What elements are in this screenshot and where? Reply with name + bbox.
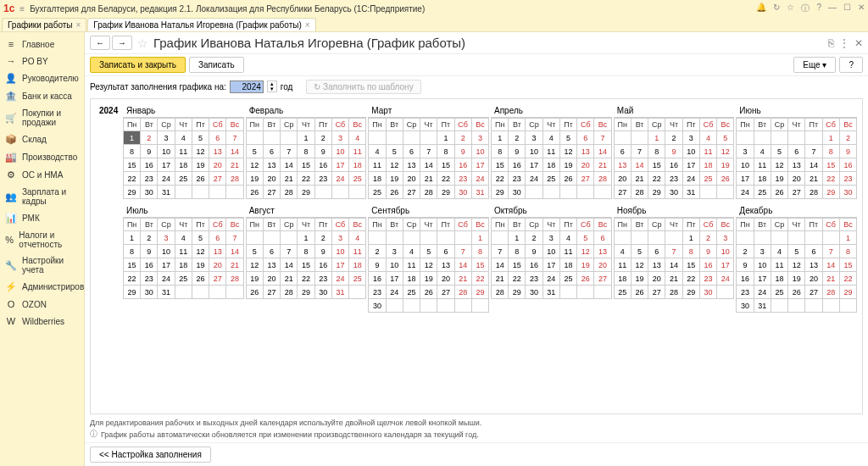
- calendar-day[interactable]: 1: [437, 131, 454, 145]
- calendar-day[interactable]: 26: [192, 172, 209, 186]
- sidebar-item[interactable]: 👤Руководителю: [0, 69, 84, 87]
- calendar-day[interactable]: 15: [124, 258, 141, 272]
- calendar-day[interactable]: 25: [699, 172, 716, 186]
- sidebar-item[interactable]: %Налоги и отчетность: [0, 227, 84, 252]
- link-icon[interactable]: ⎘: [828, 37, 834, 49]
- calendar-day[interactable]: 31: [682, 186, 699, 199]
- calendar-day[interactable]: 20: [403, 172, 420, 186]
- calendar-day[interactable]: 20: [437, 272, 454, 286]
- calendar-day[interactable]: 23: [699, 272, 716, 286]
- calendar-day[interactable]: 1: [298, 231, 314, 245]
- calendar-day[interactable]: 5: [192, 231, 209, 245]
- stepper-down-icon[interactable]: ▼: [268, 86, 276, 92]
- calendar-day[interactable]: 26: [192, 272, 209, 286]
- calendar-day[interactable]: 17: [526, 158, 542, 172]
- calendar-day[interactable]: 6: [263, 245, 280, 258]
- tab-close-icon[interactable]: ×: [305, 20, 310, 30]
- calendar-day[interactable]: 1: [509, 231, 526, 245]
- calendar-day[interactable]: 11: [542, 145, 559, 158]
- calendar-day[interactable]: 22: [648, 172, 665, 186]
- year-input[interactable]: [230, 80, 264, 93]
- calendar-day[interactable]: 5: [192, 131, 209, 145]
- calendar-day[interactable]: 11: [559, 245, 576, 258]
- calendar-day[interactable]: 5: [559, 131, 576, 145]
- calendar-day[interactable]: 21: [454, 272, 471, 286]
- calendar-day[interactable]: 9: [665, 145, 682, 158]
- calendar-day[interactable]: 12: [192, 145, 209, 158]
- calendar-day[interactable]: 12: [246, 158, 263, 172]
- nav-back-button[interactable]: ←: [90, 36, 110, 50]
- calendar-day[interactable]: 3: [331, 231, 348, 245]
- calendar-day[interactable]: 9: [314, 145, 331, 158]
- calendar-day[interactable]: 2: [839, 131, 856, 145]
- calendar-day[interactable]: 8: [492, 145, 509, 158]
- sidebar-item[interactable]: WWildberries: [0, 313, 84, 330]
- calendar-day[interactable]: 25: [754, 186, 771, 199]
- calendar-day[interactable]: 3: [754, 245, 771, 258]
- calendar-day[interactable]: 11: [771, 258, 787, 272]
- sidebar-item[interactable]: 📦Склад: [0, 130, 84, 148]
- calendar-day[interactable]: 18: [349, 258, 366, 272]
- calendar-day[interactable]: 21: [594, 158, 611, 172]
- calendar-day[interactable]: 12: [788, 258, 805, 272]
- calendar-day[interactable]: 10: [471, 145, 488, 158]
- save-button[interactable]: Записать: [189, 57, 244, 73]
- calendar-day[interactable]: 13: [614, 158, 631, 172]
- calendar-day[interactable]: 13: [403, 158, 420, 172]
- calendar-day[interactable]: 7: [805, 145, 822, 158]
- calendar-day[interactable]: 14: [226, 245, 243, 258]
- calendar-day[interactable]: 10: [737, 158, 754, 172]
- calendar-day[interactable]: 29: [822, 186, 839, 199]
- calendar-day[interactable]: 14: [420, 158, 437, 172]
- calendar-day[interactable]: 14: [665, 258, 682, 272]
- calendar-day[interactable]: 3: [471, 131, 488, 145]
- calendar-day[interactable]: 30: [369, 299, 386, 313]
- calendar-day[interactable]: 7: [281, 245, 298, 258]
- panel-options-icon[interactable]: ⋮: [839, 37, 849, 49]
- calendar-day[interactable]: 28: [492, 286, 509, 299]
- calendar-day[interactable]: 10: [754, 258, 771, 272]
- calendar-day[interactable]: 20: [263, 172, 280, 186]
- calendar-day[interactable]: 27: [437, 286, 454, 299]
- star-icon[interactable]: ☆: [787, 3, 794, 14]
- calendar-day[interactable]: 12: [386, 158, 403, 172]
- calendar-day[interactable]: 14: [822, 258, 839, 272]
- calendar-day[interactable]: 27: [209, 272, 226, 286]
- calendar-day[interactable]: 8: [682, 245, 699, 258]
- info-icon[interactable]: ⓘ: [801, 3, 810, 14]
- help-icon[interactable]: ?: [816, 3, 821, 14]
- calendar-day[interactable]: 19: [577, 258, 594, 272]
- calendar-day[interactable]: 23: [314, 272, 331, 286]
- minimize-icon[interactable]: —: [828, 3, 837, 14]
- calendar-day[interactable]: 19: [771, 172, 787, 186]
- calendar-day[interactable]: 11: [175, 245, 192, 258]
- calendar-day[interactable]: 31: [158, 286, 175, 299]
- calendar-day[interactable]: 15: [124, 158, 141, 172]
- calendar-day[interactable]: 22: [839, 272, 856, 286]
- fill-template-button[interactable]: ↻ Заполнить по шаблону: [306, 80, 420, 94]
- calendar-day[interactable]: 16: [839, 158, 856, 172]
- calendar-day[interactable]: 15: [822, 158, 839, 172]
- calendar-day[interactable]: 20: [594, 258, 611, 272]
- calendar-day[interactable]: 19: [717, 158, 734, 172]
- calendar-day[interactable]: 16: [141, 258, 158, 272]
- calendar-day[interactable]: 9: [839, 145, 856, 158]
- calendar-day[interactable]: 1: [492, 131, 509, 145]
- calendar-day[interactable]: 9: [699, 245, 716, 258]
- calendar-day[interactable]: 11: [699, 145, 716, 158]
- calendar-day[interactable]: 18: [175, 258, 192, 272]
- calendar-day[interactable]: 5: [246, 145, 263, 158]
- history-icon[interactable]: ↻: [773, 3, 780, 14]
- calendar-day[interactable]: 28: [665, 286, 682, 299]
- calendar-day[interactable]: 7: [492, 245, 509, 258]
- calendar-day[interactable]: 14: [805, 158, 822, 172]
- calendar-day[interactable]: 18: [369, 172, 386, 186]
- calendar-day[interactable]: 5: [577, 231, 594, 245]
- calendar-day[interactable]: 26: [577, 272, 594, 286]
- calendar-day[interactable]: 13: [263, 258, 280, 272]
- calendar-day[interactable]: 25: [175, 272, 192, 286]
- calendar-day[interactable]: 30: [314, 286, 331, 299]
- calendar-day[interactable]: 22: [298, 172, 314, 186]
- calendar-day[interactable]: 8: [298, 145, 314, 158]
- calendar-day[interactable]: 31: [754, 299, 771, 313]
